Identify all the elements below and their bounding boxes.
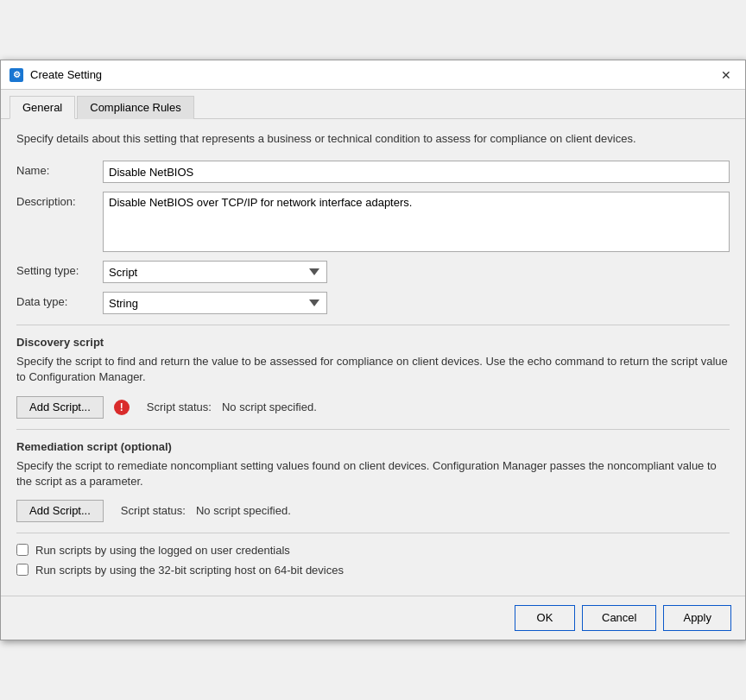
setting-type-label: Setting type: <box>16 261 103 277</box>
title-bar-left: ⚙ Create Setting <box>9 68 102 82</box>
divider-2 <box>16 429 730 430</box>
setting-type-select[interactable]: Script Registry WQL Query XPath Query Ac… <box>103 261 327 283</box>
dialog-body: General Compliance Rules Specify details… <box>1 90 745 640</box>
discovery-script-row: Add Script... ! Script status: No script… <box>16 396 730 419</box>
discovery-script-status-label: Script status: <box>147 400 212 413</box>
checkbox-logged-on-user[interactable] <box>16 544 28 556</box>
checkbox-row-1: Run scripts by using the logged on user … <box>16 544 730 557</box>
add-discovery-script-button[interactable]: Add Script... <box>16 396 104 419</box>
apply-button[interactable]: Apply <box>663 605 731 631</box>
description-row: Description: Disable NetBIOS over TCP/IP… <box>16 192 730 252</box>
checkbox-32bit-host-label: Run scripts by using the 32-bit scriptin… <box>35 564 344 577</box>
create-setting-dialog: ⚙ Create Setting ✕ General Compliance Ru… <box>0 60 746 640</box>
add-remediation-script-button[interactable]: Add Script... <box>16 500 104 522</box>
name-control <box>103 161 730 183</box>
setting-type-row: Setting type: Script Registry WQL Query … <box>16 261 730 283</box>
data-type-select[interactable]: String Integer Float Date and Time Versi… <box>103 292 327 314</box>
footer: OK Cancel Apply <box>1 596 745 640</box>
close-button[interactable]: ✕ <box>716 65 737 85</box>
remediation-script-title: Remediation script (optional) <box>16 440 730 453</box>
name-input[interactable] <box>103 161 730 183</box>
warning-icon: ! <box>114 400 130 415</box>
intro-text: Specify details about this setting that … <box>16 131 730 147</box>
remediation-script-desc: Specify the script to remediate noncompl… <box>16 458 730 489</box>
dialog-icon: ⚙ <box>9 68 23 82</box>
description-control: Disable NetBIOS over TCP/IP for network … <box>103 192 730 252</box>
checkbox-logged-on-user-label: Run scripts by using the logged on user … <box>35 544 290 557</box>
divider-3 <box>16 533 730 533</box>
checkbox-32bit-host[interactable] <box>16 564 28 576</box>
remediation-script-row: Add Script... Script status: No script s… <box>16 500 730 522</box>
checkboxes-section: Run scripts by using the logged on user … <box>16 544 730 577</box>
dialog-title: Create Setting <box>30 68 102 81</box>
title-bar: ⚙ Create Setting ✕ <box>1 60 745 90</box>
remediation-script-status-label: Script status: <box>121 504 186 517</box>
setting-type-control: Script Registry WQL Query XPath Query Ac… <box>103 261 730 283</box>
discovery-script-status-value: No script specified. <box>222 400 317 413</box>
name-row: Name: <box>16 161 730 183</box>
data-type-control: String Integer Float Date and Time Versi… <box>103 292 730 314</box>
tab-compliance-rules[interactable]: Compliance Rules <box>77 96 194 119</box>
ok-button[interactable]: OK <box>515 605 575 631</box>
discovery-script-desc: Specify the script to find and return th… <box>16 354 730 385</box>
discovery-script-section: Discovery script Specify the script to f… <box>16 336 730 418</box>
tab-general-content: Specify details about this setting that … <box>1 119 745 596</box>
remediation-script-status-value: No script specified. <box>196 504 291 517</box>
checkbox-row-2: Run scripts by using the 32-bit scriptin… <box>16 564 730 577</box>
remediation-script-section: Remediation script (optional) Specify th… <box>16 440 730 522</box>
discovery-script-title: Discovery script <box>16 336 730 349</box>
description-label: Description: <box>16 192 103 208</box>
data-type-label: Data type: <box>16 292 103 308</box>
divider-1 <box>16 325 730 325</box>
tab-bar: General Compliance Rules <box>1 90 745 119</box>
cancel-button[interactable]: Cancel <box>582 605 656 631</box>
tab-general[interactable]: General <box>9 96 75 119</box>
description-textarea[interactable]: Disable NetBIOS over TCP/IP for network … <box>103 192 730 252</box>
data-type-row: Data type: String Integer Float Date and… <box>16 292 730 314</box>
name-label: Name: <box>16 161 103 177</box>
